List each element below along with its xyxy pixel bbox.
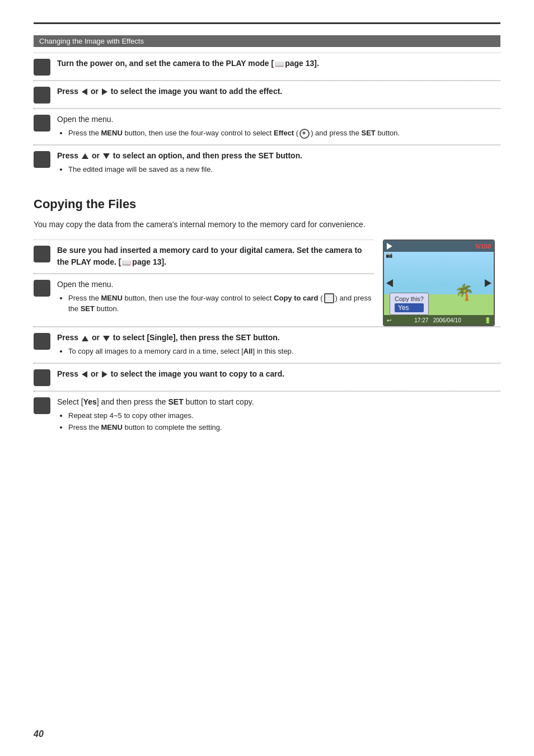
- step3-intro: Open the menu.: [57, 114, 500, 125]
- step-row: Press or to select [Single], then press …: [34, 327, 500, 363]
- battery-icon: 🔋: [484, 317, 491, 323]
- copy-step2-content: Open the menu. Press the MENU button, th…: [57, 279, 374, 316]
- step2-content: Press or to select the image you want to…: [57, 86, 500, 97]
- step-row: Be sure you had inserted a memory card t…: [34, 240, 374, 273]
- copy-step3-content: Press or to select [Single], then press …: [57, 332, 500, 358]
- or-text: or: [91, 87, 99, 96]
- step-row: Press or to select an option, and then p…: [34, 145, 500, 181]
- dialog-title: Copy this?: [395, 295, 424, 302]
- list-item: Press the MENU button to complete the se…: [68, 422, 500, 433]
- section1-header: Changing the Image with Effects: [34, 35, 500, 47]
- step-row: Turn the power on, and set the camera to…: [34, 53, 500, 80]
- list-item: Press the MENU button, then use the four…: [68, 293, 374, 314]
- dialog-box: Copy this? Yes: [390, 293, 429, 315]
- icon-bar: 📷: [386, 252, 392, 258]
- step-number-3: [34, 333, 50, 350]
- copy-step2-bullets: Press the MENU button, then use the four…: [68, 293, 374, 314]
- step-row: Select [Yes] and then press the SET butt…: [34, 391, 500, 439]
- step1-content: Turn the power on, and set the camera to…: [57, 58, 500, 69]
- section1: Changing the Image with Effects Turn the…: [34, 35, 500, 180]
- or-text: or: [91, 369, 99, 378]
- effect-icon: [299, 129, 310, 139]
- or-text: or: [92, 333, 100, 342]
- step-number-1: [34, 246, 50, 262]
- book-icon: 📖: [275, 59, 284, 70]
- return-icon: ↩: [387, 317, 391, 323]
- page-number: 40: [34, 729, 44, 739]
- step-number-3: [34, 115, 50, 132]
- step-number-5: [34, 397, 50, 414]
- section2-title: Copying the Files: [34, 197, 500, 212]
- steps-with-image: Be sure you had inserted a memory card t…: [34, 240, 500, 326]
- copy-step4-content: Press or to select the image you want to…: [57, 368, 500, 380]
- list-item: The edited image will be saved as a new …: [68, 164, 500, 175]
- top-bar: 5/150: [384, 241, 494, 252]
- copy-step5-content: Select [Yes] and then press the SET butt…: [57, 396, 500, 434]
- side-arrows: [384, 279, 494, 287]
- arrow-up-icon: [82, 336, 88, 341]
- step-row: Press or to select the image you want to…: [34, 363, 500, 391]
- book-icon: 📖: [122, 257, 131, 269]
- copy-step5-bullets: Repeat step 4~5 to copy other images. Pr…: [68, 410, 500, 433]
- step-number-1: [34, 59, 50, 76]
- step4-bullets: The edited image will be saved as a new …: [68, 164, 500, 175]
- file-counter: 5/150: [475, 243, 491, 250]
- or-text: or: [92, 151, 100, 160]
- camera-screen: 🌴 5/150 📷 Co: [383, 240, 495, 326]
- left-arrow-icon: [386, 279, 393, 287]
- yes-option: Yes: [395, 303, 424, 312]
- play-icon: [387, 243, 392, 250]
- arrow-left-icon: [82, 371, 87, 378]
- step-number-2: [34, 280, 50, 297]
- arrow-right-icon: [102, 371, 107, 378]
- step-row: Press or to select the image you want to…: [34, 81, 500, 108]
- datetime: 17:27 2006/04/10: [414, 317, 461, 323]
- list-item: Repeat step 4~5 to copy other images.: [68, 410, 500, 421]
- step3-bullets: Press the MENU button, then use the four…: [68, 128, 500, 139]
- section2-intro: You may copy the data from the camera's …: [34, 218, 500, 231]
- copy-step5-intro: Select [Yes] and then press the SET butt…: [57, 396, 500, 408]
- step-number-4: [34, 151, 50, 168]
- steps-left: Be sure you had inserted a memory card t…: [34, 240, 374, 320]
- step-row: Open the menu. Press the MENU button, th…: [34, 274, 374, 320]
- copy-to-card-icon: [324, 293, 334, 303]
- arrow-right-icon: [102, 88, 107, 95]
- right-arrow-icon: [485, 279, 491, 287]
- arrow-left-icon: [82, 88, 87, 95]
- copy-step3-bullets: To copy all images to a memory card in a…: [68, 346, 500, 357]
- arrow-down-icon: [103, 153, 110, 159]
- step-number-4: [34, 369, 50, 386]
- arrow-up-icon: [82, 153, 88, 159]
- copy-step1-content: Be sure you had inserted a memory card t…: [57, 245, 374, 268]
- step-row: Open the menu. Press the MENU button, th…: [34, 109, 500, 144]
- arrow-down-icon: [103, 336, 110, 341]
- section2: Copying the Files You may copy the data …: [34, 197, 500, 439]
- step3-content: Open the menu. Press the MENU button, th…: [57, 114, 500, 140]
- camera-display: 🌴 5/150 📷 Co: [383, 240, 500, 326]
- list-item: Press the MENU button, then use the four…: [68, 128, 500, 139]
- top-border: [34, 22, 500, 24]
- list-item: To copy all images to a memory card in a…: [68, 346, 500, 357]
- step-number-2: [34, 87, 50, 104]
- copy-step2-intro: Open the menu.: [57, 279, 374, 290]
- bottom-bar: ↩ 17:27 2006/04/10 🔋: [384, 315, 494, 325]
- step4-content: Press or to select an option, and then p…: [57, 150, 500, 176]
